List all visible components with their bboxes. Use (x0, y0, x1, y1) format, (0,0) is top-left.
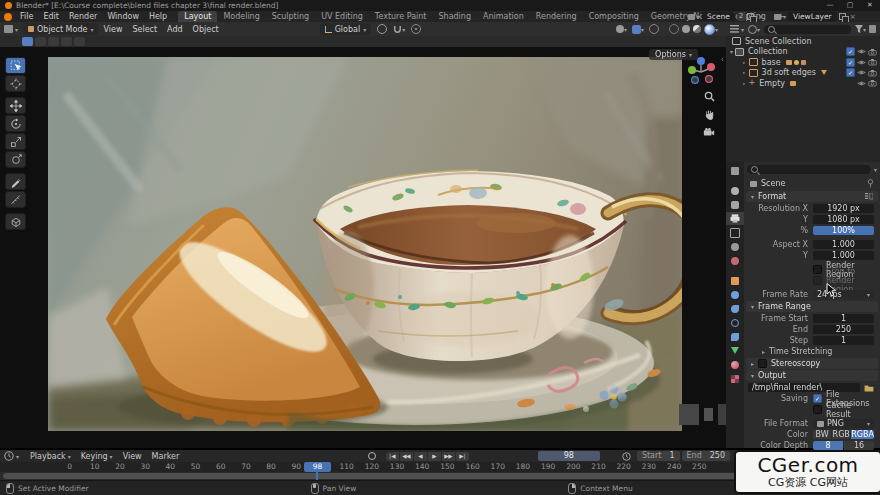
depth-16-button[interactable]: 16 (844, 441, 874, 451)
snap-magnet-icon[interactable] (393, 25, 402, 34)
menu-render[interactable]: Render (64, 11, 102, 22)
viewport-menu-object[interactable]: Object (188, 24, 224, 35)
menu-file[interactable]: File (15, 11, 38, 22)
disable-render-camera-icon[interactable] (868, 58, 877, 66)
tool-transform[interactable] (5, 151, 26, 168)
orientation-dropdown[interactable]: Global▾ (320, 23, 372, 35)
outliner-row-3d-soft-edges[interactable]: • 3d soft edges ✓ (726, 68, 880, 79)
tab-tool[interactable] (726, 184, 744, 197)
minimize-button[interactable]: — (820, 0, 840, 11)
outliner-panel[interactable]: Scene Collection ▾ Collection ✓ • base ✓… (726, 36, 880, 162)
tool-scale[interactable] (5, 133, 26, 150)
timeline-scrollbar[interactable] (3, 473, 838, 479)
camera-view-icon[interactable] (702, 125, 716, 139)
prev-keyframe-icon[interactable]: ◀◀ (400, 452, 414, 461)
playhead-line[interactable] (316, 472, 318, 480)
outliner-filter-funnel-icon[interactable] (855, 25, 863, 33)
tool-cursor[interactable] (5, 75, 26, 92)
editor-type-caret[interactable]: ▾ (15, 26, 18, 33)
pin-icon[interactable] (867, 179, 874, 188)
stereoscopy-panel-header[interactable]: ▸ Stereoscopy (746, 358, 878, 369)
tab-layout[interactable]: Layout (178, 11, 217, 22)
funnel-caret[interactable]: ▾ (863, 26, 866, 33)
unlink-scene-icon[interactable]: × (756, 13, 766, 21)
viewport-menu-add[interactable]: Add (162, 24, 188, 35)
tab-view-layer[interactable] (726, 226, 744, 239)
resolution-x-field[interactable]: 1920 px (813, 204, 874, 214)
select-mode-new-icon[interactable] (22, 37, 33, 46)
collection-checkbox[interactable]: ✓ (846, 47, 855, 56)
outliner-filter-id-icon[interactable] (748, 25, 757, 34)
hide-eye-icon[interactable] (857, 80, 866, 87)
filter-id-caret[interactable]: ▾ (757, 26, 760, 33)
frame-end-field[interactable]: 250 (813, 325, 874, 335)
tool-add-cube[interactable] (5, 213, 26, 230)
cache-result-checkbox[interactable] (813, 405, 822, 414)
select-mode-subtract-icon[interactable] (48, 37, 59, 46)
overlays-icon[interactable] (649, 24, 659, 34)
tab-shading[interactable]: Shading (432, 11, 477, 22)
outliner-row-base[interactable]: • base ✓ (726, 57, 880, 68)
tab-rendering[interactable]: Rendering (530, 11, 583, 22)
maximize-button[interactable]: ▢ (840, 0, 860, 11)
tab-texture-paint[interactable]: Texture Paint (369, 11, 433, 22)
format-panel-header[interactable]: ▾Format (746, 191, 878, 202)
tab-uv-editing[interactable]: UV Editing (315, 11, 369, 22)
tool-move[interactable] (5, 97, 26, 114)
tab-animation[interactable]: Animation (477, 11, 530, 22)
tab-constraints[interactable] (726, 330, 744, 343)
hide-eye-icon[interactable] (857, 59, 866, 66)
playback-menu[interactable]: Playback▾ (25, 451, 76, 462)
outliner-row-collection[interactable]: ▾ Collection ✓ (726, 47, 880, 58)
expand-caret[interactable]: ▾ (730, 48, 733, 55)
frame-rate-dropdown[interactable]: 24 fps▾ (813, 290, 874, 300)
menu-window[interactable]: Window (102, 11, 144, 22)
tab-particles[interactable] (726, 302, 744, 315)
zoom-icon[interactable] (702, 89, 716, 103)
outliner-search-input[interactable] (764, 25, 851, 34)
outliner-display-mode-icon[interactable] (730, 25, 739, 33)
next-keyframe-icon[interactable]: ▶▶ (442, 452, 456, 461)
tool-annotate[interactable] (5, 173, 26, 190)
viewport-menu-select[interactable]: Select (127, 24, 162, 35)
viewport-3d[interactable]: Options▾ ‹ (0, 47, 726, 448)
timeline-editor-type-icon[interactable] (4, 451, 14, 461)
pivot-point-icon[interactable] (377, 24, 387, 34)
snap-caret[interactable]: ▾ (402, 26, 405, 33)
playhead-frame-chip[interactable]: 98 (304, 462, 331, 472)
file-format-dropdown[interactable]: PNG ▾ (813, 419, 874, 429)
timeline-view-menu[interactable]: View (118, 451, 147, 462)
depth-8-button[interactable]: 8 (813, 441, 843, 451)
blender-menu-icon[interactable] (4, 13, 12, 21)
resolution-y-field[interactable]: 1080 px (813, 215, 874, 225)
viewlayer-name-field[interactable]: ViewLayer (788, 12, 837, 21)
object-checkbox[interactable]: ✓ (846, 68, 855, 77)
tab-material[interactable] (726, 358, 744, 371)
current-frame-field[interactable]: 98 (538, 451, 600, 461)
frame-range-panel-header[interactable]: ▾Frame Range (746, 301, 878, 312)
frame-start-header-field[interactable]: Start1 (637, 451, 680, 461)
tab-texture[interactable] (726, 372, 744, 385)
select-mode-extend-icon[interactable] (35, 37, 46, 46)
menu-help[interactable]: Help (144, 11, 172, 22)
color-bw-button[interactable]: BW (813, 430, 831, 440)
scene-name-field[interactable]: Scene (702, 12, 735, 21)
show-gizmo-icon[interactable] (616, 25, 624, 33)
tab-object[interactable] (726, 274, 744, 287)
shading-material-icon[interactable] (693, 25, 701, 33)
aspect-x-field[interactable]: 1.000 (813, 240, 874, 250)
timeline-editor-caret[interactable]: ▾ (16, 453, 19, 460)
object-checkbox[interactable]: ✓ (846, 58, 855, 67)
shading-solid-icon[interactable] (682, 25, 690, 33)
properties-options-caret[interactable]: ▾ (874, 166, 877, 173)
mode-dropdown[interactable]: Object Mode▾ (23, 23, 98, 35)
outliner-row-empty[interactable]: • + Empty (726, 78, 880, 89)
play-reverse-icon[interactable]: ◀ (414, 452, 428, 461)
aspect-y-field[interactable]: 1.000 (813, 251, 874, 261)
scene-users-button[interactable]: 2 (737, 12, 745, 21)
viewport-menu-view[interactable]: View (98, 24, 127, 35)
editor-type-icon[interactable] (4, 25, 13, 33)
tab-compositing[interactable]: Compositing (583, 11, 645, 22)
nav-gizmo[interactable] (684, 55, 718, 89)
output-panel-header[interactable]: ▾Output (746, 370, 878, 381)
